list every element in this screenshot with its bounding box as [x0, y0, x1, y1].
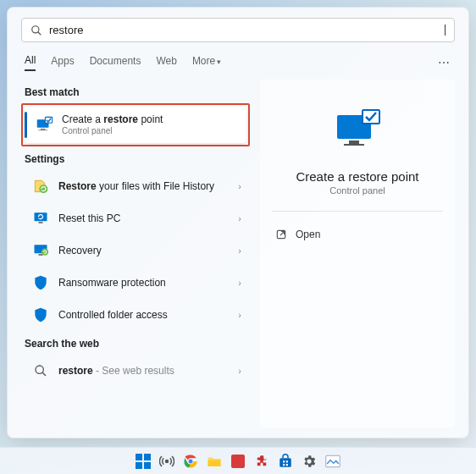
microsoft-store-icon[interactable] — [277, 453, 294, 470]
shield-icon — [31, 273, 50, 292]
chevron-right-icon: › — [238, 181, 241, 191]
svg-line-1 — [38, 31, 42, 35]
svg-rect-33 — [283, 464, 285, 466]
open-icon — [275, 229, 287, 240]
svg-rect-15 — [349, 141, 359, 144]
section-best-match: Best match — [25, 86, 250, 98]
filter-tabs: All Apps Documents Web More▾ ⋯ — [21, 51, 455, 80]
search-input[interactable]: restore — [49, 24, 445, 36]
svg-rect-5 — [45, 117, 52, 123]
svg-point-6 — [39, 185, 47, 194]
search-icon — [30, 25, 42, 36]
section-settings: Settings — [25, 153, 250, 165]
more-options-button[interactable]: ⋯ — [438, 56, 451, 69]
file-explorer-icon[interactable] — [206, 453, 223, 470]
svg-rect-10 — [39, 255, 43, 256]
tab-apps[interactable]: Apps — [51, 55, 74, 70]
result-title: Create a restore point — [62, 113, 241, 125]
recovery-icon — [31, 241, 50, 260]
open-action[interactable]: Open — [272, 223, 443, 245]
svg-rect-7 — [35, 213, 47, 222]
svg-rect-35 — [326, 455, 340, 467]
result-create-restore-point[interactable]: Create a restore point Control panel — [25, 107, 246, 143]
svg-rect-3 — [41, 129, 46, 130]
svg-rect-32 — [286, 460, 288, 462]
svg-rect-34 — [286, 464, 288, 466]
shield-icon — [31, 306, 50, 324]
result-reset-pc[interactable]: Reset this PC › — [21, 202, 250, 234]
search-bar[interactable]: restore — [21, 18, 455, 42]
chevron-right-icon: › — [238, 213, 241, 223]
settings-gear-icon[interactable] — [301, 453, 318, 470]
results-pane: Best match Create a restore point Contro… — [21, 80, 250, 427]
result-title: restore - See web results — [58, 365, 238, 377]
svg-rect-16 — [344, 144, 364, 146]
svg-point-11 — [42, 249, 48, 256]
taskbar-app-red-icon[interactable] — [230, 453, 246, 470]
file-history-icon — [31, 177, 50, 196]
result-title: Restore your files with File History — [58, 180, 238, 192]
monitor-restore-icon — [35, 116, 53, 135]
svg-rect-21 — [136, 462, 142, 469]
tab-documents[interactable]: Documents — [90, 55, 141, 70]
svg-rect-28 — [208, 460, 221, 466]
chevron-right-icon: › — [238, 278, 241, 288]
result-title: Controlled folder access — [58, 309, 238, 321]
svg-rect-31 — [283, 460, 285, 462]
preview-pane: Create a restore point Control panel Ope… — [260, 80, 455, 427]
svg-rect-29 — [231, 455, 245, 468]
taskbar-image-icon[interactable] — [324, 453, 341, 470]
svg-rect-8 — [39, 223, 43, 224]
start-button[interactable] — [135, 453, 152, 470]
section-search-web: Search the web — [25, 338, 250, 350]
result-file-history[interactable]: Restore your files with File History › — [21, 170, 250, 202]
highlight-annotation: Create a restore point Control panel — [21, 103, 250, 146]
svg-rect-20 — [144, 454, 151, 460]
svg-point-0 — [32, 25, 39, 32]
svg-rect-30 — [280, 458, 291, 467]
chrome-icon[interactable] — [182, 453, 199, 470]
result-title: Ransomware protection — [58, 277, 238, 289]
preview-subtitle: Control panel — [329, 185, 385, 196]
taskbar-broadcast-icon[interactable] — [158, 453, 175, 470]
svg-rect-22 — [144, 462, 151, 469]
open-label: Open — [296, 229, 320, 240]
monitor-restore-icon — [332, 108, 383, 154]
result-recovery[interactable]: Recovery › — [21, 234, 250, 267]
divider — [272, 211, 443, 212]
svg-point-12 — [36, 366, 43, 373]
reset-pc-icon — [31, 209, 50, 228]
chevron-right-icon: › — [238, 366, 241, 376]
svg-point-23 — [166, 460, 169, 462]
tab-web[interactable]: Web — [156, 55, 176, 70]
taskbar-puzzle-icon[interactable] — [253, 453, 270, 470]
result-title: Reset this PC — [58, 212, 238, 224]
svg-line-13 — [42, 372, 46, 376]
svg-rect-19 — [136, 454, 142, 460]
chevron-right-icon: › — [238, 310, 241, 320]
chevron-right-icon: › — [238, 245, 241, 256]
tab-more[interactable]: More▾ — [192, 55, 221, 70]
svg-rect-4 — [38, 130, 47, 130]
search-icon — [31, 361, 50, 380]
text-caret — [445, 25, 446, 36]
taskbar — [0, 447, 476, 474]
result-subtitle: Control panel — [62, 126, 241, 136]
result-title: Recovery — [58, 245, 238, 256]
start-search-window: restore All Apps Documents Web More▾ ⋯ B… — [7, 7, 469, 438]
result-controlled-folder[interactable]: Controlled folder access › — [21, 299, 250, 331]
tab-all[interactable]: All — [25, 54, 36, 71]
result-web-restore[interactable]: restore - See web results › — [21, 355, 250, 387]
preview-title: Create a restore point — [296, 169, 418, 184]
result-ransomware-protection[interactable]: Ransomware protection › — [21, 267, 250, 299]
